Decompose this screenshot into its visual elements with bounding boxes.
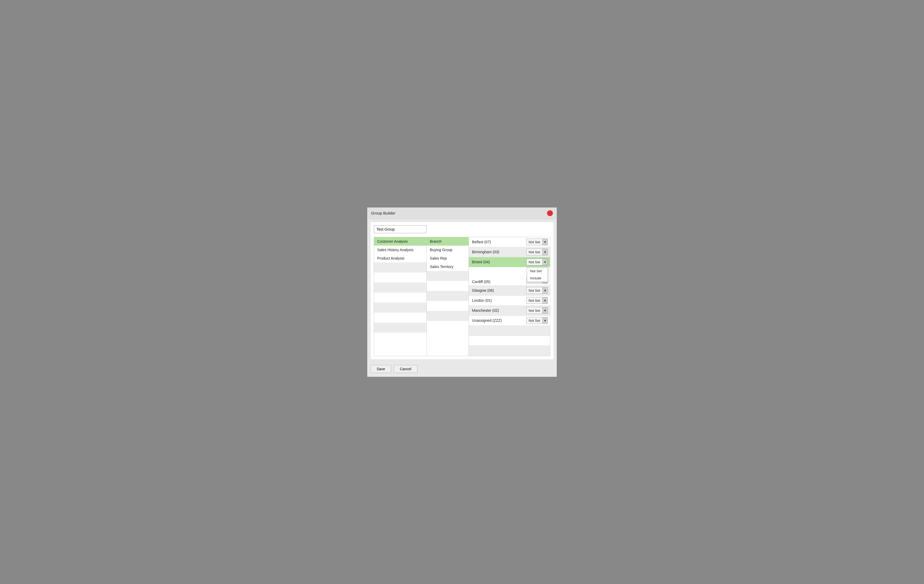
values-row: Manchester (02) Not Set ▼: [469, 306, 550, 316]
chevron-down-icon[interactable]: ▼: [542, 249, 548, 255]
dropdown-option-include[interactable]: Include: [527, 275, 548, 282]
list-item: [427, 271, 469, 281]
list-item: [427, 281, 469, 291]
values-row-empty: [469, 336, 550, 346]
chevron-down-icon[interactable]: ▼: [542, 307, 548, 314]
chevron-down-icon[interactable]: ▼: [542, 287, 548, 294]
values-row: Bristol (04) Not Set ▼ Not Set Include: [469, 257, 550, 267]
footer: Save Cancel: [368, 362, 556, 377]
list-item[interactable]: Customer Analysis: [374, 237, 426, 246]
value-label: Glasgow (06): [472, 288, 526, 293]
not-set-dropdown-bristol[interactable]: Not Set ▼: [526, 258, 548, 265]
chevron-down-icon[interactable]: ▼: [542, 297, 548, 304]
dialog-body: Customer Analysis Sales History Analysis…: [371, 222, 553, 359]
not-set-dropdown-belfast[interactable]: Not Set ▼: [526, 238, 548, 245]
list-item: [374, 283, 426, 293]
list-item[interactable]: Sales Territory: [427, 263, 469, 271]
list-item: [374, 273, 426, 283]
title-bar: Group Builder: [368, 208, 556, 219]
list-item[interactable]: Sales History Analysis: [374, 246, 426, 254]
value-label: Cardiff (05): [472, 280, 526, 284]
columns-container: Customer Analysis Sales History Analysis…: [374, 237, 550, 356]
not-set-dropdown-birmingham[interactable]: Not Set ▼: [526, 248, 548, 255]
cancel-button[interactable]: Cancel: [394, 365, 417, 373]
value-label: Birmingham (03): [472, 250, 526, 254]
values-row-empty: [469, 346, 550, 356]
values-row: London (01) Not Set ▼: [469, 296, 550, 306]
group-builder-dialog: Group Builder Customer Analysis Sales Hi…: [367, 207, 557, 377]
close-button[interactable]: [547, 210, 553, 216]
not-set-dropdown-glasgow[interactable]: Not Set ▼: [526, 287, 548, 294]
list-item: [427, 291, 469, 301]
list-item[interactable]: Branch: [427, 237, 469, 246]
dialog-title: Group Builder: [371, 211, 396, 215]
not-set-dropdown-manchester[interactable]: Not Set ▼: [526, 307, 548, 314]
not-set-dropdown-unassigned[interactable]: Not Set ▼: [526, 317, 548, 324]
values-row: Glasgow (06) Not Set ▼: [469, 286, 550, 296]
list-item[interactable]: Product Analysis: [374, 254, 426, 263]
save-button[interactable]: Save: [371, 365, 391, 373]
list-item: [427, 321, 469, 331]
values-row-empty: [469, 326, 550, 336]
chevron-down-icon[interactable]: ▼: [542, 259, 548, 265]
not-set-dropdown-london[interactable]: Not Set ▼: [526, 297, 548, 304]
analysis-column: Customer Analysis Sales History Analysis…: [374, 237, 427, 356]
group-name-input[interactable]: [374, 225, 426, 233]
value-label: Bristol (04): [472, 260, 526, 264]
values-row: Belfast (07) Not Set ▼: [469, 237, 550, 247]
dropdown-popup: Not Set Include: [527, 267, 548, 282]
list-item: [427, 311, 469, 321]
list-item: [374, 293, 426, 303]
chevron-down-icon[interactable]: ▼: [542, 317, 548, 324]
value-label: Belfast (07): [472, 240, 526, 244]
values-row: Birmingham (03) Not Set ▼: [469, 247, 550, 257]
value-label: London (01): [472, 298, 526, 303]
values-column: Belfast (07) Not Set ▼ Birmingham (03) N…: [469, 237, 550, 356]
chevron-down-icon[interactable]: ▼: [542, 239, 548, 245]
value-label: Unassigned (ZZZ): [472, 318, 526, 323]
list-item: [374, 323, 426, 333]
list-item[interactable]: Sales Rep: [427, 254, 469, 263]
values-row: Unassigned (ZZZ) Not Set ▼: [469, 316, 550, 326]
list-item: [374, 313, 426, 323]
list-item: [374, 263, 426, 273]
list-item[interactable]: Buying Group: [427, 246, 469, 254]
list-item: [427, 301, 469, 311]
list-item: [374, 303, 426, 313]
dropdown-option-notset[interactable]: Not Set: [527, 268, 548, 275]
field-column: Branch Buying Group Sales Rep Sales Terr…: [427, 237, 469, 356]
value-label: Manchester (02): [472, 308, 526, 313]
